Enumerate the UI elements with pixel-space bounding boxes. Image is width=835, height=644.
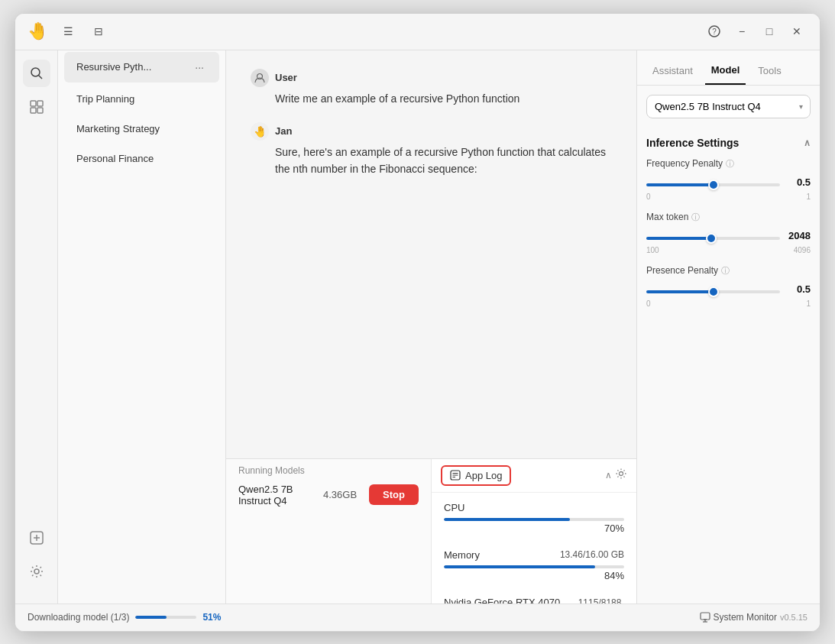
- log-icon: [450, 470, 461, 481]
- sys-collapse-button[interactable]: ∧: [605, 470, 612, 481]
- chat-messages: User Write me an example of a recursive …: [226, 50, 636, 458]
- model-size: 4.36GB: [323, 489, 357, 500]
- download-progress: Downloading model (1/3) 51%: [28, 612, 221, 623]
- app-icon: 🤚: [28, 21, 48, 41]
- memory-progress-fill: [444, 565, 595, 568]
- model-row: Qwen2.5 7B Instruct Q4 4.36GB Stop: [226, 479, 431, 514]
- tab-tools[interactable]: Tools: [752, 60, 787, 85]
- stop-button[interactable]: Stop: [369, 484, 419, 505]
- message-jan: 🤚 Jan Sure, here's an example of a recur…: [251, 122, 612, 178]
- memory-progress-bar: [444, 565, 624, 568]
- version-label: v0.5.15: [780, 613, 807, 622]
- download-bar-background: [135, 616, 196, 619]
- frequency-penalty-range-labels: 0 1: [646, 193, 811, 201]
- main-layout: Resursive Pyth... ··· Trip Planning Mark…: [15, 50, 820, 604]
- add-icon: [30, 531, 44, 545]
- cpu-label: CPU: [444, 502, 464, 513]
- sidebar-bottom: [23, 524, 50, 594]
- presence-penalty-value: 0.5: [786, 283, 811, 295]
- maximize-icon: □: [766, 25, 772, 37]
- max-token-setting: Max token ⓘ 2048 100 4096: [646, 212, 811, 254]
- close-button[interactable]: ✕: [786, 21, 807, 42]
- conversation-more-button[interactable]: ···: [192, 60, 207, 75]
- max-token-value: 2048: [786, 230, 811, 241]
- help-button[interactable]: ?: [704, 21, 725, 42]
- frequency-penalty-slider[interactable]: [646, 183, 780, 186]
- kbd-button[interactable]: ⊟: [88, 21, 109, 42]
- conversation-item-recursive[interactable]: Resursive Pyth... ···: [64, 52, 219, 83]
- svg-rect-18: [701, 613, 710, 620]
- conversation-item-marketing[interactable]: Marketing Strategy: [64, 115, 219, 142]
- conversation-item-trip[interactable]: Trip Planning: [64, 86, 219, 112]
- svg-text:?: ?: [712, 28, 717, 36]
- presence-penalty-slider[interactable]: [646, 290, 780, 293]
- memory-label: Memory: [444, 549, 480, 561]
- download-pct: 51%: [202, 612, 221, 623]
- inference-settings-section: Inference Settings ∧ Frequency Penalty ⓘ…: [637, 128, 820, 319]
- svg-rect-4: [31, 101, 36, 106]
- sys-monitor-label: System Monitor v0.5.15: [700, 612, 807, 623]
- conversations-panel: Resursive Pyth... ··· Trip Planning Mark…: [58, 50, 226, 604]
- presence-penalty-label: Presence Penalty ⓘ: [646, 265, 811, 277]
- bottom-section: Running Models Qwen2.5 7B Instruct Q4 4.…: [226, 458, 636, 604]
- settings-icon: [30, 565, 44, 578]
- user-icon: [254, 72, 266, 84]
- frequency-penalty-info-icon: ⓘ: [726, 158, 734, 170]
- collapse-icon[interactable]: ∧: [804, 138, 811, 148]
- sys-gear-button[interactable]: [615, 468, 627, 483]
- frequency-penalty-slider-row: 0.5: [646, 176, 811, 189]
- minimize-button[interactable]: −: [731, 21, 752, 42]
- sender-name-user: User: [275, 72, 297, 83]
- memory-pct: 84%: [444, 570, 624, 581]
- maximize-button[interactable]: □: [759, 21, 780, 42]
- max-token-slider-row: 2048: [646, 229, 811, 243]
- frequency-penalty-slider-container: [646, 176, 780, 189]
- conversation-item-finance[interactable]: Personal Finance: [64, 145, 219, 172]
- system-monitor-panel: App Log ∧: [431, 459, 636, 604]
- sidebar-search-button[interactable]: [23, 60, 50, 87]
- model-select[interactable]: Qwen2.5 7B Instruct Q4: [646, 95, 811, 118]
- svg-rect-7: [37, 108, 43, 113]
- menu-button[interactable]: ☰: [57, 21, 79, 42]
- model-select-row: Qwen2.5 7B Instruct Q4 ▾: [637, 86, 820, 128]
- sidebar-icons: [15, 50, 58, 604]
- cpu-pct: 70%: [444, 523, 624, 534]
- tab-assistant[interactable]: Assistant: [646, 60, 699, 85]
- max-token-range-labels: 100 4096: [646, 246, 811, 254]
- titlebar: 🤚 ☰ ⊟ ? − □ ✕: [15, 14, 820, 50]
- cpu-progress-bar: [444, 518, 624, 521]
- search-icon: [30, 66, 44, 80]
- svg-point-11: [34, 569, 39, 574]
- app-window: 🤚 ☰ ⊟ ? − □ ✕: [15, 13, 820, 632]
- kbd-icon: ⊟: [94, 25, 103, 37]
- close-icon: ✕: [792, 25, 801, 37]
- max-token-slider[interactable]: [646, 237, 780, 240]
- sys-metric-gpu-header: Nvidia GeForce RTX 4070 Laptop GPU 1115/…: [444, 597, 624, 604]
- sidebar-add-button[interactable]: [23, 524, 50, 552]
- app-log-button[interactable]: App Log: [441, 465, 511, 486]
- frequency-penalty-value: 0.5: [786, 176, 811, 188]
- sys-monitor-header: App Log ∧: [432, 459, 636, 493]
- running-models-panel: Running Models Qwen2.5 7B Instruct Q4 4.…: [226, 459, 431, 604]
- sidebar-settings-button[interactable]: [23, 558, 50, 585]
- sys-metric-cpu: CPU 70%: [432, 493, 636, 540]
- svg-rect-6: [31, 108, 36, 113]
- tab-model[interactable]: Model: [705, 60, 746, 85]
- avatar-jan: 🤚: [251, 122, 269, 141]
- message-text-user: Write me an example of a recursive Pytho…: [251, 90, 612, 107]
- sidebar-grid-button[interactable]: [23, 93, 50, 121]
- sys-monitor-text: System Monitor: [714, 612, 777, 623]
- svg-point-2: [31, 68, 40, 76]
- max-token-info-icon: ⓘ: [691, 212, 700, 223]
- svg-line-3: [38, 75, 42, 79]
- gpu-label: Nvidia GeForce RTX 4070 Laptop GPU: [444, 597, 578, 604]
- gpu-value: 1115/8188 MB: [578, 597, 624, 604]
- grid-icon: [30, 100, 44, 114]
- presence-penalty-setting: Presence Penalty ⓘ 0.5 0 1: [646, 265, 811, 308]
- max-token-slider-container: [646, 229, 780, 243]
- sys-metric-cpu-header: CPU: [444, 502, 624, 513]
- memory-value: 13.46/16.00 GB: [560, 549, 624, 560]
- message-text-jan: Sure, here's an example of a recursive P…: [251, 144, 612, 178]
- frequency-penalty-setting: Frequency Penalty ⓘ 0.5 0 1: [646, 158, 811, 201]
- bottom-bar: Downloading model (1/3) 51% System Monit…: [15, 604, 820, 631]
